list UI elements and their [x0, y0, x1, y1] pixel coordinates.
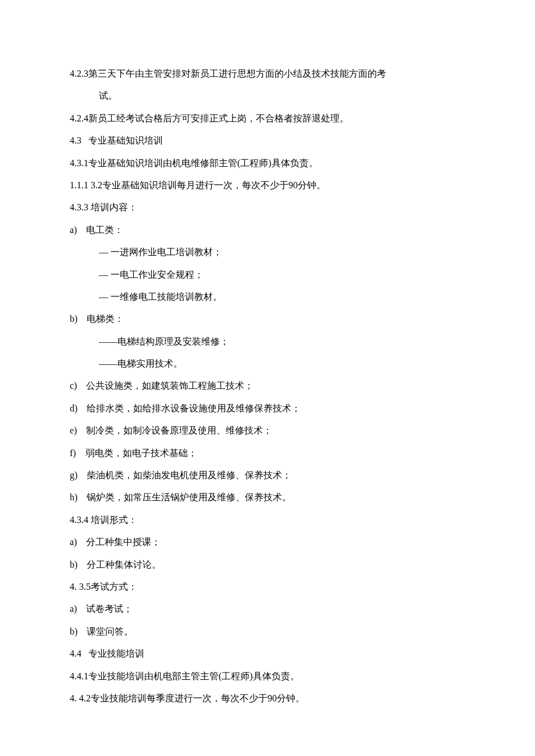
paragraph: 1.1.1 3.2专业基础知识培训每月进行一次，每次不少于90分钟。 — [70, 174, 465, 196]
list-item: b) 分工种集体讨论。 — [70, 554, 465, 576]
paragraph: 4. 3.5考试方式： — [70, 576, 465, 598]
paragraph: 4.3 专业基础知识培训 — [70, 130, 465, 152]
list-item: f) 弱电类，如电子技术基础； — [70, 442, 465, 464]
list-item: a) 试卷考试； — [70, 598, 465, 620]
list-subitem: — 一维修电工技能培训教材。 — [70, 286, 465, 308]
list-item: b) 电梯类： — [70, 308, 465, 330]
paragraph: 4.4.1专业技能培训由机电部主管主管(工程师)具体负责。 — [70, 665, 465, 687]
paragraph: 4.2.4新员工经考试合格后方可安排正式上岗，不合格者按辞退处理。 — [70, 108, 465, 130]
list-item: a) 分工种集中授课； — [70, 531, 465, 553]
document-page: 4.2.3 第三天下午由主管安排对新员工进行思想方面的小结及技术技能方面的考 试… — [0, 0, 535, 756]
paragraph: 4.2.3 第三天下午由主管安排对新员工进行思想方面的小结及技术技能方面的考 — [70, 63, 465, 85]
paragraph: 4.3.4 培训形式： — [70, 509, 465, 531]
list-subitem: ——电梯结构原理及安装维修； — [70, 331, 465, 353]
list-subitem: — 一电工作业安全规程； — [70, 264, 465, 286]
list-item: g) 柴油机类，如柴油发电机使用及维修、保养技术； — [70, 464, 465, 486]
paragraph: 4. 4.2专业技能培训每季度进行一次，每次不少于90分钟。 — [70, 687, 465, 710]
list-subitem: — 一进网作业电工培训教材； — [70, 241, 465, 263]
list-subitem: ——电梯实用技术。 — [70, 353, 465, 375]
paragraph: 4.3.3 培训内容： — [70, 196, 465, 218]
list-item: d) 给排水类，如给排水设备设施使用及维修保养技术； — [70, 397, 465, 420]
paragraph-cont: 试。 — [70, 85, 465, 107]
list-item: a) 电工类： — [70, 219, 465, 241]
clause-text: 第三天下午由主管安排对新员工进行思想方面的小结及技术技能方面的考 — [88, 63, 465, 85]
clause-number: 4.2.3 — [70, 63, 88, 85]
paragraph: 4.4 专业技能培训 — [70, 643, 465, 665]
list-item: e) 制冷类，如制冷设备原理及使用、维修技术； — [70, 420, 465, 442]
list-item: h) 锅炉类，如常压生活锅炉使用及维修、保养技术。 — [70, 486, 465, 508]
list-item: b) 课堂问答。 — [70, 621, 465, 643]
list-item: c) 公共设施类，如建筑装饰工程施工技术； — [70, 375, 465, 397]
paragraph: 4.3.1专业基础知识培训由机电维修部主管(工程师)具体负责。 — [70, 152, 465, 174]
